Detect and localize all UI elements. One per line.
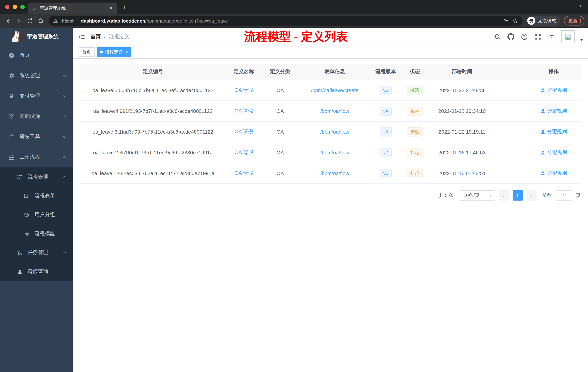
- sidebar-item-user-group[interactable]: 用户分组: [0, 205, 73, 224]
- col-header-definition-id: 定义编号: [80, 64, 226, 80]
- active-tag-dot: [100, 51, 103, 54]
- breadcrumb-home-link[interactable]: 首页: [91, 33, 101, 40]
- face-icon: [23, 211, 30, 218]
- assign-rule-link[interactable]: 分配规则: [540, 108, 567, 114]
- assign-rule-label: 分配规则: [547, 129, 567, 135]
- favicon-plant-icon: [32, 6, 37, 11]
- tab-search-chevron-icon[interactable]: ▾: [579, 4, 581, 8]
- tag-home[interactable]: 首页: [79, 47, 94, 57]
- tag-close-icon[interactable]: ×: [126, 50, 128, 55]
- sidebar-item-infrastructure[interactable]: 基础设施: [0, 106, 73, 127]
- browser-tab[interactable]: 芋道管理系统 ✕: [28, 2, 117, 14]
- deploy-time: 2022-01-16 17:46:53: [429, 142, 495, 163]
- form-info-link[interactable]: /bpm/oa/flow: [320, 129, 349, 135]
- sidebar-item-process-model[interactable]: 流程模型: [0, 224, 73, 243]
- update-label: 更新: [568, 18, 578, 24]
- assign-rule-link[interactable]: 分配规则: [540, 87, 567, 94]
- github-icon[interactable]: [507, 33, 515, 41]
- back-button[interactable]: [4, 16, 12, 25]
- help-icon[interactable]: [520, 33, 528, 41]
- address-divider: [77, 18, 77, 23]
- home-button[interactable]: [36, 16, 45, 25]
- close-window-button[interactable]: [5, 5, 10, 9]
- sidebar-item-home[interactable]: 首页: [0, 45, 73, 66]
- sidebar: 芋道管理系统 首页 系统管理 ¥: [0, 28, 73, 372]
- definition-table: 定义编号 定义名称 定义分类 表单信息 流程版本 状态 部署时间 操作 oa_l…: [80, 64, 580, 184]
- bookmark-star-icon[interactable]: [512, 18, 518, 24]
- address-bar[interactable]: 不安全 dashboard.yudao.iocoder.cn /bpm/mana…: [49, 16, 523, 26]
- svg-text:T: T: [548, 35, 550, 39]
- page-number-button[interactable]: 1: [513, 190, 523, 201]
- assign-rule-link[interactable]: 分配规则: [540, 149, 567, 156]
- page-size-select[interactable]: 10条/页: [459, 190, 495, 201]
- sidebar-collapse-icon[interactable]: [73, 28, 91, 46]
- sidebar-item-system[interactable]: 系统管理: [0, 66, 73, 86]
- assign-rule-label: 分配规则: [547, 149, 567, 156]
- assign-rule-link[interactable]: 分配规则: [540, 129, 567, 135]
- form-info-link[interactable]: /bpm/oa/flow: [320, 108, 349, 114]
- definition-name-link[interactable]: OA 请假: [235, 149, 253, 156]
- tag-process-definition[interactable]: 流程定义 ×: [97, 47, 131, 57]
- next-page-button[interactable]: ›: [526, 190, 536, 201]
- definition-name-link[interactable]: OA 请假: [235, 87, 253, 94]
- sidebar-item-payment[interactable]: ¥ 支付管理: [0, 86, 73, 106]
- form-info-link[interactable]: /bpm/oa/leave/create: [311, 87, 358, 93]
- new-tab-button[interactable]: +: [123, 4, 126, 14]
- monitor-check-icon: [8, 113, 15, 120]
- col-header-deploy-time: 部署时间: [429, 64, 495, 80]
- search-icon[interactable]: [494, 33, 502, 41]
- url-path: /bpm/manager/definition?key=oa_leave: [145, 18, 499, 23]
- browser-menu-icon[interactable]: [580, 18, 581, 23]
- fullscreen-icon[interactable]: [534, 33, 542, 41]
- font-size-icon[interactable]: TT: [547, 33, 555, 41]
- sidebar-item-leave-query[interactable]: 请假查询: [0, 262, 73, 281]
- assign-rule-label: 分配规则: [547, 108, 567, 114]
- navbar-actions: TT: [494, 30, 588, 43]
- tab-close-icon[interactable]: ✕: [108, 6, 114, 11]
- definition-name-link[interactable]: OA 请假: [235, 170, 253, 176]
- chevron-up-icon: [63, 155, 67, 159]
- password-key-icon[interactable]: [503, 18, 509, 24]
- minimize-window-button[interactable]: [13, 5, 17, 9]
- forward-button[interactable]: [15, 16, 23, 25]
- goto-page-input[interactable]: [556, 190, 572, 201]
- sidebar-item-workflow[interactable]: 工作流程: [0, 147, 73, 167]
- reload-button[interactable]: [25, 16, 34, 25]
- breadcrumb-separator: /: [104, 34, 105, 40]
- form-info-link[interactable]: /bpm/oa/flow: [320, 170, 349, 176]
- window-controls[interactable]: [5, 5, 25, 9]
- status-badge: 挂起: [407, 127, 423, 136]
- filler-cell: [495, 80, 527, 100]
- gear-icon: [8, 72, 15, 79]
- avatar-caret-down-icon[interactable]: [580, 39, 584, 41]
- table-row: oa_leave:5:004b710b-7b8a-11ec-8ef0-acde4…: [80, 80, 580, 101]
- dashboard-gauge-icon: [8, 52, 15, 59]
- deploy-time: 2022-01-16 01:40:51: [429, 163, 495, 184]
- definition-name-link[interactable]: OA 请假: [235, 129, 253, 135]
- total-count: 共 5 条: [439, 192, 454, 199]
- browser-update-button[interactable]: 更新: [564, 16, 584, 25]
- tab-title: 芋道管理系统: [40, 5, 108, 11]
- maximize-window-button[interactable]: [20, 5, 25, 9]
- incognito-badge: 无痕模式: [526, 16, 560, 26]
- not-secure-label[interactable]: 不安全: [60, 18, 74, 24]
- user-avatar[interactable]: [561, 30, 575, 43]
- fixed-column-divider: [527, 64, 527, 184]
- sidebar-item-task-management[interactable]: 任务管理: [0, 243, 73, 262]
- select-chevron-down-icon: [489, 195, 492, 196]
- annotation-title: 流程模型 - 定义列表: [244, 29, 348, 45]
- assign-rule-link[interactable]: 分配规则: [540, 170, 567, 176]
- sidebar-item-label: 工作流程: [20, 154, 40, 161]
- form-info-link[interactable]: /bpm/oa/flow: [320, 150, 349, 155]
- sidebar-item-process-management[interactable]: 流程管理: [0, 167, 73, 186]
- definition-name-link[interactable]: OA 请假: [235, 108, 253, 114]
- sidebar-logo[interactable]: 芋道管理系统: [0, 28, 73, 45]
- definition-id: oa_leave:2:3c1f0ef1-76b1-11ec-9c66-a2380…: [80, 142, 226, 163]
- sidebar-item-label: 请假查询: [28, 268, 48, 275]
- flow-branch-icon: [16, 249, 23, 256]
- prev-page-button[interactable]: ‹: [499, 190, 509, 201]
- definition-id: oa_leave:5:004b710b-7b8a-11ec-8ef0-acde4…: [80, 80, 226, 100]
- sidebar-item-dev-tools[interactable]: 研发工具: [0, 127, 73, 147]
- sidebar-item-label: 用户分组: [34, 211, 55, 218]
- sidebar-item-process-form[interactable]: 流程表单: [0, 186, 73, 205]
